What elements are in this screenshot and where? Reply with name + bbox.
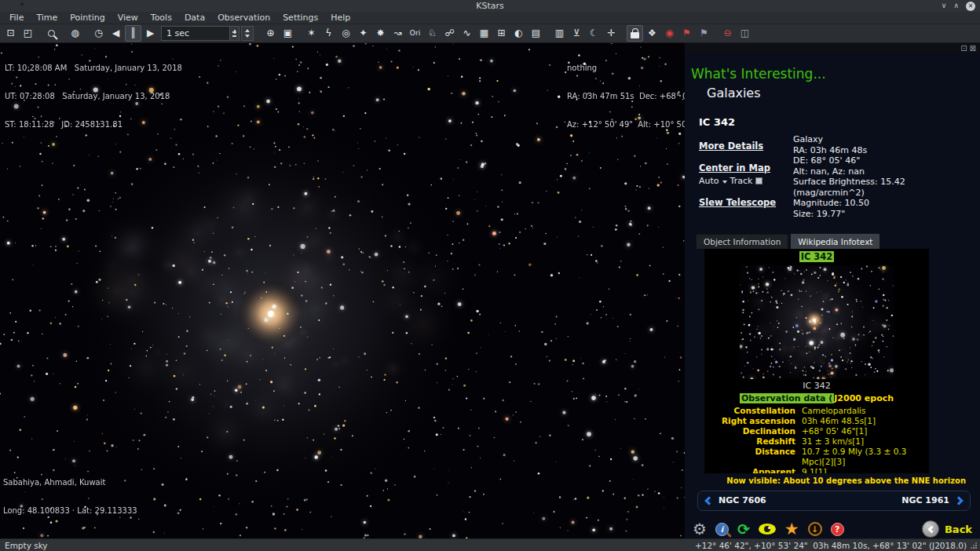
sky-map[interactable]: LT: 10:28:08 AM Saturday, January 13, 20… [0, 43, 685, 538]
menu-bar: File Time Pointing View Tools Data Obser… [0, 12, 980, 24]
panel-title: What's Interesting... [691, 66, 980, 82]
dock-title-strip: ⊡ ⊠ [685, 43, 980, 53]
menu-pointing[interactable]: Pointing [64, 12, 111, 24]
visibility-note: Now visible: About 10 degrees above the … [689, 476, 966, 485]
download-icon[interactable]: ↓ [808, 522, 822, 536]
set-time-icon[interactable]: ◷ [90, 25, 107, 42]
satellites-icon[interactable]: ↝ [389, 25, 406, 42]
app-icon: ✶ [19, 0, 25, 9]
red-flag-icon[interactable]: ⚑ [678, 25, 695, 42]
wiki-title: IC 342 [799, 251, 835, 262]
wikipedia-infotext: IC 342 IC 342 Observation data (J2000 ep… [704, 249, 929, 473]
altitude-vs-time-icon[interactable]: ⊻ [569, 25, 585, 42]
menu-tools[interactable]: Tools [144, 12, 178, 24]
reload-icon[interactable]: ⟳ [737, 520, 750, 538]
constellation-names-icon[interactable]: Ori [407, 25, 423, 42]
milky-way-icon[interactable]: ∿ [459, 25, 475, 42]
track-checkbox[interactable] [755, 177, 762, 184]
horizontal-grid-icon[interactable]: ⊞ [493, 25, 510, 42]
observation-list-icon[interactable]: ▥ [551, 25, 568, 42]
time-step-control[interactable]: 1 sec [161, 26, 254, 41]
equatorial-grid-icon[interactable]: ▦ [476, 25, 492, 42]
minimize-icon[interactable]: ∨ [942, 1, 947, 11]
menu-data[interactable]: Data [178, 12, 211, 24]
time-step-arrows[interactable] [241, 26, 254, 41]
tab-object-information[interactable]: Object Information [696, 234, 788, 249]
close-icon[interactable]: ✕ [966, 2, 975, 11]
step-backward-icon[interactable]: ◀ [108, 25, 124, 42]
observation-data-table: ConstellationCamelopardalis Right ascens… [706, 406, 927, 473]
chevron-right-icon [954, 496, 963, 505]
wiki-image-caption: IC 342 [704, 381, 929, 391]
inspect-info-icon[interactable]: i [715, 523, 729, 536]
settings-gear-icon[interactable]: ⚙ [693, 520, 707, 538]
color-scheme-icon[interactable]: ❖ [644, 25, 660, 42]
help-icon[interactable]: ? [831, 523, 844, 536]
menu-view[interactable]: View [112, 12, 144, 24]
geolocation-icon[interactable]: ◍ [67, 25, 83, 42]
dock-close-icon[interactable]: ⊠ [970, 43, 976, 53]
status-message: Empty sky [5, 541, 48, 550]
track-label: Track [730, 176, 753, 186]
focus-info-box: nothing RA: 03h 47m 51s Dec: +68° 08' 12… [567, 45, 685, 148]
location-info-box: Sabahiya, Ahmadi, Kuwait Long: 48.100833… [3, 459, 137, 535]
constellation-art-icon[interactable]: ♘ [424, 25, 441, 42]
combo-caret-icon[interactable] [722, 181, 727, 184]
panel-category: Galaxies [707, 86, 980, 100]
title-bar: ✶ KStars ∨ ∧ ✕ [0, 0, 980, 12]
focus-icon[interactable]: ⊕ [262, 25, 279, 42]
constellation-lines-icon[interactable]: ϟ [320, 25, 337, 42]
next-object-button[interactable]: NGC 1961 [901, 495, 962, 505]
fov-icon[interactable]: ✛ [603, 25, 620, 42]
menu-file[interactable]: File [3, 12, 30, 24]
resize-grip[interactable] [971, 542, 977, 549]
capture-sky-image-icon[interactable]: ▣ [280, 25, 296, 42]
tab-wikipedia-infotext[interactable]: Wikipedia Infotext [790, 233, 880, 249]
menu-settings[interactable]: Settings [276, 12, 324, 24]
zoom-icon[interactable] [43, 25, 60, 42]
horizon-icon[interactable]: ◐ [510, 25, 527, 42]
center-in-map-link[interactable]: Center in Map [699, 162, 787, 173]
record-icon[interactable]: ◉ [661, 25, 678, 42]
pause-icon[interactable]: ║ [125, 25, 141, 42]
step-forward-icon[interactable]: ▶ [142, 25, 159, 42]
menu-observation[interactable]: Observation [211, 12, 276, 24]
track-lock-icon[interactable] [627, 25, 643, 42]
time-step-value[interactable]: 1 sec [161, 26, 230, 41]
whats-interesting-icon[interactable]: ▤ [528, 25, 544, 42]
dock-float-icon[interactable]: ⊡ [960, 43, 967, 53]
maximize-icon[interactable]: ∧ [953, 1, 959, 11]
slew-telescope-link[interactable]: Slew Telescope [699, 197, 787, 208]
stars-toggle-icon[interactable]: ✶ [303, 25, 320, 42]
constellation-boundaries-icon[interactable]: ☍ [441, 25, 458, 42]
supernovae-icon[interactable]: ✸ [372, 25, 389, 42]
prev-object-button[interactable]: NGC 7606 [706, 495, 766, 505]
table-row: Declination+68° 05' 46"[1] [706, 426, 927, 436]
moon-phase-icon[interactable]: ☾ [586, 25, 602, 42]
table-row: Right ascension03h 46m 48.5s[1] [706, 416, 927, 426]
set-coordinates-icon[interactable]: ◰ [20, 25, 36, 42]
favorite-star-icon[interactable]: ★ [784, 520, 799, 538]
deep-sky-objects-icon[interactable]: ◎ [338, 25, 354, 42]
object-summary: Galaxy RA: 03h 46m 48s DE: 68° 05' 46" A… [793, 130, 905, 219]
focus-object-name: nothing [567, 64, 685, 73]
visibility-eye-icon[interactable] [759, 524, 776, 535]
menu-time[interactable]: Time [30, 12, 64, 24]
menu-help[interactable]: Help [324, 12, 357, 24]
gray-flag-icon[interactable]: ⚑ [696, 25, 712, 42]
status-bar: Empty sky +12° 46' 42", +10° 53' 24" 03h… [0, 538, 980, 551]
more-details-link[interactable]: More Details [699, 140, 787, 151]
bright-stars-icon[interactable]: ✦ [355, 25, 371, 42]
observatory-dome-icon[interactable]: ◫ [737, 25, 753, 42]
remove-object-icon[interactable]: ⊖ [719, 25, 736, 42]
back-button[interactable]: Back [922, 520, 972, 538]
main-toolbar: ⊡ ◰ ◍ ◷ ◀ ║ ▶ 1 sec ⊕ ▣ ✶ ϟ ◎ ✦ ✸ ↝ Ori … [0, 24, 980, 43]
chevron-left-icon [704, 496, 713, 505]
panel-footer: ⚙ i ⟳ ★ ↓ ? Back [693, 520, 972, 538]
find-object-icon[interactable]: ⊡ [2, 25, 19, 42]
object-nav-bar: NGC 7606 NGC 1961 [697, 491, 971, 511]
time-step-plus-minus[interactable] [230, 26, 240, 41]
auto-option[interactable]: Auto [699, 176, 719, 186]
table-row: ConstellationCamelopardalis [706, 406, 927, 416]
whats-interesting-panel: ⊡ ⊠ What's Interesting... Galaxies IC 34… [685, 43, 980, 538]
